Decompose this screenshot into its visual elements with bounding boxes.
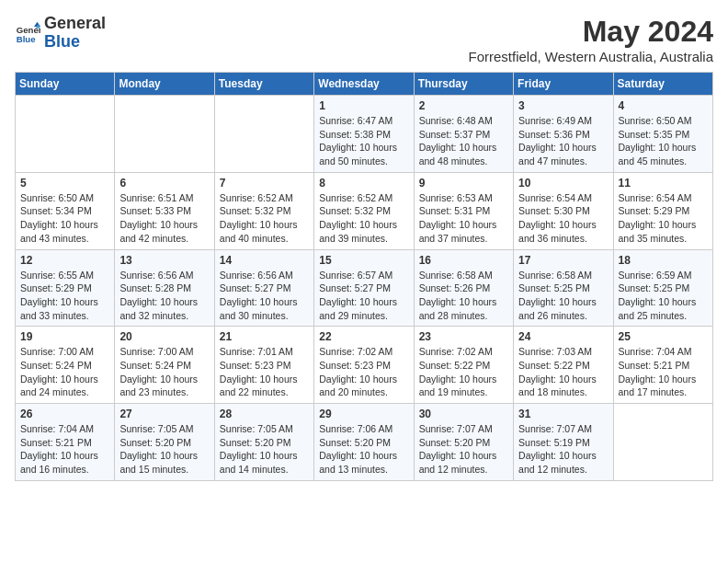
day-info: Sunrise: 6:53 AM Sunset: 5:31 PM Dayligh…	[419, 191, 508, 246]
day-number: 22	[319, 330, 408, 343]
week-row-4: 19Sunrise: 7:00 AM Sunset: 5:24 PM Dayli…	[16, 327, 713, 404]
day-info: Sunrise: 7:07 AM Sunset: 5:20 PM Dayligh…	[419, 422, 508, 477]
week-row-1: 1Sunrise: 6:47 AM Sunset: 5:38 PM Daylig…	[16, 96, 713, 173]
day-number: 3	[518, 99, 608, 112]
day-info: Sunrise: 7:02 AM Sunset: 5:23 PM Dayligh…	[319, 345, 408, 399]
day-info: Sunrise: 6:56 AM Sunset: 5:28 PM Dayligh…	[119, 269, 209, 323]
day-info: Sunrise: 6:57 AM Sunset: 5:27 PM Dayligh…	[319, 269, 408, 323]
day-info: Sunrise: 6:54 AM Sunset: 5:29 PM Dayligh…	[619, 191, 708, 246]
week-row-5: 26Sunrise: 7:04 AM Sunset: 5:21 PM Dayli…	[16, 404, 713, 481]
day-number: 24	[518, 330, 608, 343]
day-info: Sunrise: 7:05 AM Sunset: 5:20 PM Dayligh…	[220, 422, 309, 477]
day-cell-15: 15Sunrise: 6:57 AM Sunset: 5:27 PM Dayli…	[314, 249, 414, 327]
day-number: 9	[419, 177, 508, 190]
empty-cell	[214, 96, 313, 173]
day-number: 23	[419, 330, 508, 343]
day-number: 8	[319, 177, 408, 190]
day-info: Sunrise: 6:52 AM Sunset: 5:32 PM Dayligh…	[319, 191, 408, 246]
day-cell-14: 14Sunrise: 6:56 AM Sunset: 5:27 PM Dayli…	[214, 249, 313, 327]
day-number: 14	[220, 254, 309, 267]
empty-cell	[613, 404, 712, 481]
page-header: General Blue General Blue May 2024 Forre…	[15, 15, 713, 64]
day-number: 31	[518, 408, 608, 420]
day-info: Sunrise: 7:07 AM Sunset: 5:19 PM Dayligh…	[518, 422, 608, 477]
empty-cell	[16, 96, 115, 173]
day-cell-30: 30Sunrise: 7:07 AM Sunset: 5:20 PM Dayli…	[414, 404, 513, 481]
weekday-header-friday: Friday	[514, 73, 613, 96]
day-cell-24: 24Sunrise: 7:03 AM Sunset: 5:22 PM Dayli…	[514, 327, 613, 404]
day-cell-19: 19Sunrise: 7:00 AM Sunset: 5:24 PM Dayli…	[16, 327, 115, 404]
day-info: Sunrise: 6:49 AM Sunset: 5:36 PM Dayligh…	[518, 114, 608, 168]
day-number: 7	[220, 177, 309, 190]
empty-cell	[115, 96, 214, 173]
day-number: 29	[319, 408, 408, 420]
day-number: 15	[319, 254, 408, 267]
day-number: 27	[119, 408, 209, 420]
day-info: Sunrise: 7:04 AM Sunset: 5:21 PM Dayligh…	[20, 422, 109, 477]
day-info: Sunrise: 7:02 AM Sunset: 5:22 PM Dayligh…	[419, 345, 508, 399]
day-cell-8: 8Sunrise: 6:52 AM Sunset: 5:32 PM Daylig…	[314, 172, 414, 249]
svg-text:Blue: Blue	[17, 33, 36, 43]
day-number: 26	[20, 408, 109, 420]
day-number: 12	[20, 254, 109, 267]
day-number: 11	[619, 177, 708, 190]
day-number: 30	[419, 408, 508, 420]
day-cell-2: 2Sunrise: 6:48 AM Sunset: 5:37 PM Daylig…	[414, 96, 513, 173]
day-info: Sunrise: 7:05 AM Sunset: 5:20 PM Dayligh…	[119, 422, 209, 477]
day-cell-12: 12Sunrise: 6:55 AM Sunset: 5:29 PM Dayli…	[16, 249, 115, 327]
day-cell-16: 16Sunrise: 6:58 AM Sunset: 5:26 PM Dayli…	[414, 249, 513, 327]
week-row-3: 12Sunrise: 6:55 AM Sunset: 5:29 PM Dayli…	[16, 249, 713, 327]
day-info: Sunrise: 7:03 AM Sunset: 5:22 PM Dayligh…	[518, 345, 608, 399]
calendar-table: SundayMondayTuesdayWednesdayThursdayFrid…	[15, 72, 713, 481]
day-info: Sunrise: 6:58 AM Sunset: 5:26 PM Dayligh…	[419, 269, 508, 323]
day-number: 6	[119, 177, 209, 190]
day-cell-25: 25Sunrise: 7:04 AM Sunset: 5:21 PM Dayli…	[613, 327, 712, 404]
day-cell-17: 17Sunrise: 6:58 AM Sunset: 5:25 PM Dayli…	[514, 249, 613, 327]
day-cell-3: 3Sunrise: 6:49 AM Sunset: 5:36 PM Daylig…	[514, 96, 613, 173]
day-cell-27: 27Sunrise: 7:05 AM Sunset: 5:20 PM Dayli…	[115, 404, 214, 481]
day-cell-10: 10Sunrise: 6:54 AM Sunset: 5:30 PM Dayli…	[514, 172, 613, 249]
day-number: 2	[419, 99, 508, 112]
day-cell-11: 11Sunrise: 6:54 AM Sunset: 5:29 PM Dayli…	[613, 172, 712, 249]
title-block: May 2024 Forrestfield, Western Australia…	[469, 15, 714, 64]
weekday-header-saturday: Saturday	[613, 73, 712, 96]
day-cell-20: 20Sunrise: 7:00 AM Sunset: 5:24 PM Dayli…	[115, 327, 214, 404]
day-info: Sunrise: 6:48 AM Sunset: 5:37 PM Dayligh…	[419, 114, 508, 168]
day-info: Sunrise: 7:04 AM Sunset: 5:21 PM Dayligh…	[619, 345, 708, 399]
day-info: Sunrise: 6:47 AM Sunset: 5:38 PM Dayligh…	[319, 114, 408, 168]
weekday-header-wednesday: Wednesday	[314, 73, 414, 96]
day-cell-28: 28Sunrise: 7:05 AM Sunset: 5:20 PM Dayli…	[214, 404, 313, 481]
day-info: Sunrise: 6:50 AM Sunset: 5:34 PM Dayligh…	[20, 191, 109, 246]
day-number: 28	[220, 408, 309, 420]
day-number: 19	[20, 330, 109, 343]
weekday-header-tuesday: Tuesday	[214, 73, 313, 96]
day-number: 16	[419, 254, 508, 267]
day-info: Sunrise: 6:55 AM Sunset: 5:29 PM Dayligh…	[20, 269, 109, 323]
day-cell-7: 7Sunrise: 6:52 AM Sunset: 5:32 PM Daylig…	[214, 172, 313, 249]
day-info: Sunrise: 6:58 AM Sunset: 5:25 PM Dayligh…	[518, 269, 608, 323]
day-cell-29: 29Sunrise: 7:06 AM Sunset: 5:20 PM Dayli…	[314, 404, 414, 481]
day-cell-31: 31Sunrise: 7:07 AM Sunset: 5:19 PM Dayli…	[514, 404, 613, 481]
week-row-2: 5Sunrise: 6:50 AM Sunset: 5:34 PM Daylig…	[16, 172, 713, 249]
day-number: 1	[319, 99, 408, 112]
day-cell-18: 18Sunrise: 6:59 AM Sunset: 5:25 PM Dayli…	[613, 249, 712, 327]
day-number: 10	[518, 177, 608, 190]
day-number: 17	[518, 254, 608, 267]
weekday-header-sunday: Sunday	[16, 73, 115, 96]
day-number: 21	[220, 330, 309, 343]
day-info: Sunrise: 6:50 AM Sunset: 5:35 PM Dayligh…	[619, 114, 708, 168]
day-info: Sunrise: 7:00 AM Sunset: 5:24 PM Dayligh…	[119, 345, 209, 399]
day-info: Sunrise: 6:51 AM Sunset: 5:33 PM Dayligh…	[119, 191, 209, 246]
day-cell-13: 13Sunrise: 6:56 AM Sunset: 5:28 PM Dayli…	[115, 249, 214, 327]
weekday-header-row: SundayMondayTuesdayWednesdayThursdayFrid…	[16, 73, 713, 96]
location: Forrestfield, Western Australia, Austral…	[469, 49, 714, 64]
day-cell-6: 6Sunrise: 6:51 AM Sunset: 5:33 PM Daylig…	[115, 172, 214, 249]
day-number: 4	[619, 99, 708, 112]
day-info: Sunrise: 7:01 AM Sunset: 5:23 PM Dayligh…	[220, 345, 309, 399]
day-number: 25	[619, 330, 708, 343]
day-cell-4: 4Sunrise: 6:50 AM Sunset: 5:35 PM Daylig…	[613, 96, 712, 173]
day-info: Sunrise: 6:52 AM Sunset: 5:32 PM Dayligh…	[220, 191, 309, 246]
weekday-header-thursday: Thursday	[414, 73, 513, 96]
logo-text: General Blue	[44, 15, 106, 52]
day-cell-5: 5Sunrise: 6:50 AM Sunset: 5:34 PM Daylig…	[16, 172, 115, 249]
